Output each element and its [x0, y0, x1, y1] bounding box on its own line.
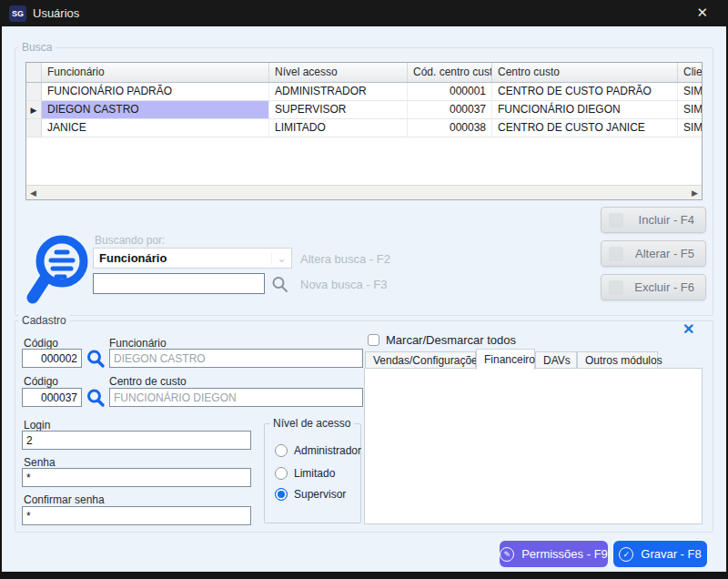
row-selector-cell	[26, 119, 42, 137]
marcar-todos-label: Marcar/Desmarcar todos	[386, 333, 516, 347]
grid-col-header[interactable]: Funcionário	[42, 63, 269, 82]
cell-cod-centro-custo[interactable]: 000038	[408, 119, 492, 137]
buscando-por-label: Buscando por:	[95, 234, 165, 247]
radio-limitado[interactable]: Limitado	[275, 467, 335, 480]
cell-nivel-acesso[interactable]: ADMINISTRADOR	[269, 83, 408, 100]
codigo-centro-custo-input[interactable]	[22, 388, 82, 407]
centro-custo-input[interactable]	[109, 388, 363, 407]
tab-financeiro[interactable]: Financeiro	[476, 349, 535, 370]
marcar-todos-box[interactable]	[368, 334, 379, 346]
search-field-value: Funcionário	[94, 251, 271, 265]
incluir-icon	[609, 213, 623, 228]
codigo-funcionario-input[interactable]	[22, 349, 82, 368]
grid-horizontal-scrollbar[interactable]: ◀ ▶	[26, 185, 702, 199]
pencil-icon: ✎	[500, 547, 514, 562]
cell-cliente[interactable]: SIM	[678, 83, 702, 100]
cell-nivel-acesso[interactable]: SUPERVISOR	[269, 101, 408, 118]
cell-cliente[interactable]: SIM	[678, 119, 702, 137]
centro-custo-label: Centro de custo	[109, 375, 187, 388]
radio-label: Limitado	[294, 467, 335, 480]
search-illustration-icon	[25, 232, 93, 309]
window-title: Usuários	[33, 6, 79, 20]
nova-busca-hint: Nova busca - F3	[300, 278, 387, 291]
senha-label: Senha	[24, 456, 56, 469]
search-icon[interactable]	[270, 275, 289, 294]
row-selector-cell	[26, 83, 42, 100]
check-icon: ✓	[619, 547, 633, 562]
table-row[interactable]: JANICELIMITADO000038CENTRO DE CUSTO JANI…	[26, 119, 702, 137]
alterar-button[interactable]: Alterar - F5	[601, 240, 706, 267]
busca-group-label: Busca	[18, 41, 56, 54]
grid-empty-area	[26, 137, 702, 185]
radio-button-icon[interactable]	[275, 444, 288, 457]
table-row[interactable]: ▶DIEGON CASTROSUPERVISOR000037FUNCIONÁRI…	[26, 101, 702, 119]
excluir-label: Excluir - F6	[634, 280, 694, 294]
window-content: Busca FuncionárioNível acessoCód. centro…	[2, 26, 726, 572]
cell-cliente[interactable]: SIM	[678, 101, 702, 118]
scroll-left-icon[interactable]: ◀	[30, 188, 36, 198]
cell-centro-custo[interactable]: FUNCIONÁRIO DIEGON	[492, 101, 678, 118]
grid-col-header[interactable]: Nível acesso	[269, 63, 408, 82]
nivel-acesso-label: Nível de acesso	[269, 417, 354, 430]
clear-panel-icon[interactable]: ✕	[682, 320, 694, 338]
radio-administrador[interactable]: Administrador	[275, 444, 361, 457]
funcionario-input[interactable]	[109, 349, 363, 368]
confirmar-senha-input[interactable]	[22, 506, 251, 525]
excluir-icon	[609, 280, 623, 295]
permissoes-button[interactable]: ✎ Permissões - F9	[500, 541, 608, 567]
marcar-todos-checkbox[interactable]: Marcar/Desmarcar todos	[368, 333, 516, 347]
title-bar: SG Usuários ✕	[0, 0, 728, 26]
row-selector-cell: ▶	[26, 101, 42, 118]
tab-davs[interactable]: DAVs	[535, 351, 577, 369]
confirmar-senha-label: Confirmar senha	[24, 493, 105, 506]
login-input[interactable]	[22, 431, 251, 450]
radio-button-icon[interactable]	[275, 488, 288, 501]
radio-button-icon[interactable]	[275, 467, 288, 480]
grid-col-header[interactable]: Centro custo	[492, 63, 678, 82]
codigo1-label: Código	[24, 337, 58, 350]
incluir-button[interactable]: Incluir - F4	[601, 207, 706, 233]
grid-rows: FUNCIONÁRIO PADRÃOADMINISTRADOR000001CEN…	[26, 83, 702, 137]
users-grid[interactable]: FuncionárioNível acessoCód. centro custo…	[25, 62, 703, 200]
app-window: SG Usuários ✕ Busca FuncionárioNível ace…	[0, 0, 728, 579]
scroll-right-icon[interactable]: ▶	[692, 188, 698, 198]
login-label: Login	[24, 419, 50, 432]
codigo2-label: Código	[24, 375, 58, 388]
tab-vendas-configura-es[interactable]: Vendas/Configurações	[365, 351, 476, 369]
lookup-centro-custo-icon[interactable]	[86, 388, 106, 408]
grid-col-header[interactable]: Clien	[678, 63, 702, 82]
alterar-icon	[609, 247, 623, 261]
chevron-down-icon[interactable]: ⌄	[271, 252, 291, 265]
cell-centro-custo[interactable]: CENTRO DE CUSTO JANICE	[492, 119, 678, 137]
funcionario-label: Funcionário	[109, 337, 167, 350]
lookup-funcionario-icon[interactable]	[86, 349, 106, 369]
gravar-button[interactable]: ✓ Gravar - F8	[613, 541, 707, 567]
cell-nivel-acesso[interactable]: LIMITADO	[269, 119, 408, 137]
senha-input[interactable]	[22, 468, 251, 487]
gravar-button-label: Gravar - F8	[641, 547, 701, 561]
cadastro-group-label: Cadastro	[18, 314, 70, 327]
altera-busca-hint: Altera busca - F2	[300, 252, 390, 266]
search-input[interactable]	[93, 273, 265, 294]
close-icon[interactable]: ✕	[696, 5, 708, 21]
cell-funcionario[interactable]: JANICE	[42, 119, 269, 137]
app-logo-icon: SG	[9, 5, 26, 22]
cell-centro-custo[interactable]: CENTRO DE CUSTO PADRÃO	[492, 83, 678, 100]
search-field-dropdown[interactable]: Funcionário ⌄	[93, 248, 292, 269]
tab-outros-m-dulos[interactable]: Outros módulos	[577, 351, 658, 369]
table-row[interactable]: FUNCIONÁRIO PADRÃOADMINISTRADOR000001CEN…	[26, 83, 702, 101]
radio-label: Supervisor	[294, 488, 346, 501]
cell-funcionario[interactable]: DIEGON CASTRO	[42, 101, 269, 118]
cell-funcionario[interactable]: FUNCIONÁRIO PADRÃO	[42, 83, 269, 100]
cell-cod-centro-custo[interactable]: 000037	[408, 101, 492, 118]
radio-label: Administrador	[294, 444, 361, 457]
permissoes-button-label: Permissões - F9	[521, 547, 608, 561]
excluir-button[interactable]: Excluir - F6	[601, 274, 706, 300]
grid-col-header[interactable]	[26, 63, 42, 82]
grid-col-header[interactable]: Cód. centro custo	[408, 63, 492, 82]
alterar-label: Alterar - F5	[635, 247, 694, 260]
permissions-tab-panel	[364, 368, 703, 524]
cell-cod-centro-custo[interactable]: 000001	[408, 83, 492, 100]
grid-header-row: FuncionárioNível acessoCód. centro custo…	[26, 63, 702, 83]
radio-supervisor[interactable]: Supervisor	[275, 488, 346, 501]
